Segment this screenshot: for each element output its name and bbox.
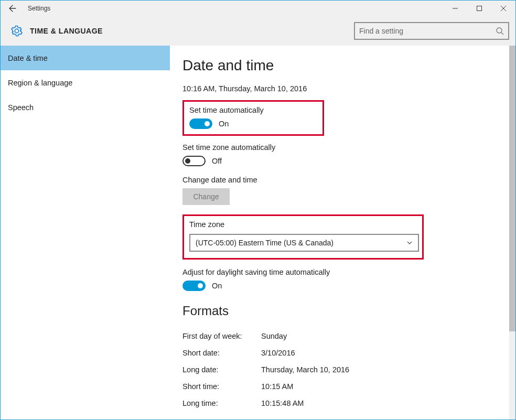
highlight-timezone: Time zone (UTC-05:00) Eastern Time (US &… — [182, 214, 424, 260]
window-title: Settings — [28, 5, 50, 12]
category-title: TIME & LANGUAGE — [30, 27, 103, 35]
formats-row: First day of week: Sunday — [182, 328, 500, 344]
sidebar-item-label: Speech — [8, 103, 34, 112]
svg-point-1 — [497, 28, 502, 33]
formats-val: 10:15 AM — [261, 382, 293, 391]
dst-label: Adjust for daylight saving time automati… — [182, 268, 500, 276]
sidebar-item-speech[interactable]: Speech — [1, 95, 170, 120]
set-time-auto-label: Set time automatically — [189, 106, 317, 114]
formats-val: 10:15:48 AM — [261, 399, 304, 407]
maximize-button[interactable] — [467, 1, 491, 16]
sidebar-item-label: Date & time — [8, 54, 48, 62]
current-datetime: 10:16 AM, Thursday, March 10, 2016 — [182, 84, 500, 93]
sidebar: Date & time Region & language Speech — [1, 46, 170, 420]
formats-val: Thursday, March 10, 2016 — [261, 365, 349, 374]
set-time-auto-state: On — [219, 120, 229, 128]
scrollbar-track[interactable] — [509, 46, 515, 420]
formats-key: First day of week: — [182, 332, 261, 340]
formats-table: First day of week: Sunday Short date: 3/… — [182, 328, 500, 412]
formats-row: Short date: 3/10/2016 — [182, 344, 500, 361]
formats-key: Long date: — [182, 365, 261, 374]
change-dt-label: Change date and time — [182, 176, 500, 184]
title-bar: Settings — [1, 1, 515, 16]
set-time-auto-toggle[interactable] — [189, 119, 212, 129]
timezone-dropdown[interactable]: (UTC-05:00) Eastern Time (US & Canada) — [189, 234, 419, 252]
formats-val: 3/10/2016 — [261, 349, 295, 357]
scrollbar-thumb[interactable] — [509, 46, 515, 331]
gear-icon — [11, 25, 23, 37]
main-pane: Date and time 10:16 AM, Thursday, March … — [170, 46, 515, 417]
formats-row: Long date: Thursday, March 10, 2016 — [182, 361, 500, 378]
formats-row: Long time: 10:15:48 AM — [182, 395, 500, 412]
close-icon — [501, 6, 506, 11]
set-tz-auto-label: Set time zone automatically — [182, 143, 500, 152]
back-arrow-icon — [8, 4, 17, 13]
close-button[interactable] — [491, 1, 515, 16]
content-area: Date & time Region & language Speech Dat… — [1, 46, 515, 420]
minimize-icon — [453, 6, 458, 11]
category-icon-wrap — [7, 25, 27, 37]
back-button[interactable] — [1, 1, 25, 16]
set-tz-auto-toggle[interactable] — [182, 156, 206, 166]
main-pane-wrap: Date and time 10:16 AM, Thursday, March … — [170, 46, 515, 420]
set-tz-auto-state: Off — [212, 157, 222, 165]
search-input[interactable] — [359, 27, 492, 35]
formats-title: Formats — [182, 304, 500, 318]
page-title: Date and time — [182, 57, 500, 74]
formats-key: Long time: — [182, 399, 261, 407]
sidebar-item-date-time[interactable]: Date & time — [1, 46, 170, 70]
dst-toggle[interactable] — [182, 281, 206, 291]
header-row: TIME & LANGUAGE — [1, 16, 515, 46]
formats-key: Short time: — [182, 382, 261, 391]
minimize-button[interactable] — [443, 1, 467, 16]
search-box[interactable] — [354, 22, 509, 40]
sidebar-item-label: Region & language — [8, 79, 72, 87]
maximize-icon — [477, 6, 482, 11]
formats-val: Sunday — [261, 332, 287, 340]
formats-row: Short time: 10:15 AM — [182, 378, 500, 395]
timezone-selected: (UTC-05:00) Eastern Time (US & Canada) — [196, 239, 334, 247]
svg-rect-0 — [477, 6, 482, 11]
search-icon — [496, 27, 504, 35]
formats-key: Short date: — [182, 349, 261, 357]
sidebar-item-region-language[interactable]: Region & language — [1, 70, 170, 95]
change-button: Change — [182, 188, 230, 205]
dst-state: On — [212, 282, 222, 290]
highlight-set-time-auto: Set time automatically On — [182, 100, 324, 136]
chevron-down-icon — [406, 240, 413, 246]
timezone-label: Time zone — [189, 220, 417, 229]
